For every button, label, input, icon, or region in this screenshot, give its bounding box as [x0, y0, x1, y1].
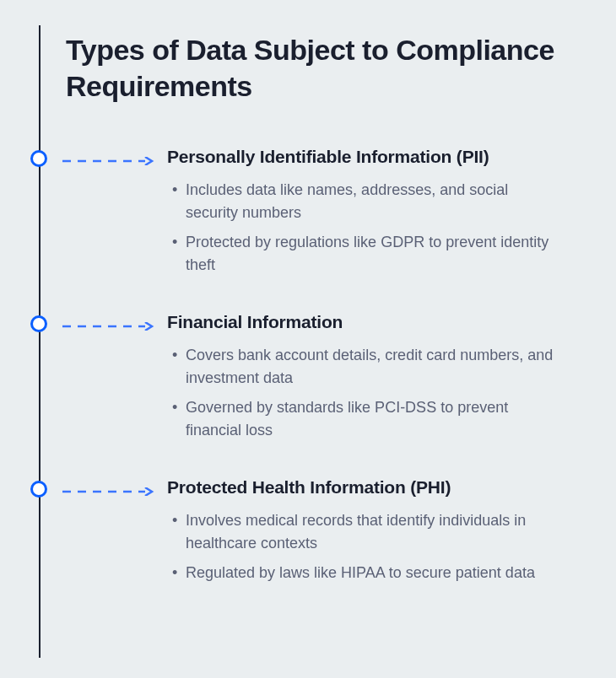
item-heading: Protected Health Information (PHI) [167, 477, 564, 498]
page-title: Types of Data Subject to Compliance Requ… [66, 32, 555, 104]
item-heading: Personally Identifiable Information (PII… [167, 147, 564, 167]
timeline-item-content: Personally Identifiable Information (PII… [167, 147, 564, 283]
timeline-item-content: Financial Information Covers bank accoun… [167, 312, 564, 449]
dashed-arrow-icon [62, 487, 155, 494]
timeline-node-icon [30, 481, 47, 498]
item-bullets: Covers bank account details, credit card… [167, 344, 564, 442]
timeline-vertical-line [39, 25, 41, 658]
bullet-item: Governed by standards like PCI-DSS to pr… [167, 396, 564, 442]
dashed-arrow-icon [62, 322, 155, 329]
bullet-item: Covers bank account details, credit card… [167, 344, 564, 390]
item-bullets: Includes data like names, addresses, and… [167, 179, 564, 277]
dashed-arrow-icon [62, 157, 155, 164]
bullet-item: Protected by regulations like GDPR to pr… [167, 231, 564, 277]
item-bullets: Involves medical records that identify i… [167, 509, 564, 584]
item-heading: Financial Information [167, 312, 564, 332]
timeline-node-icon [30, 315, 47, 332]
timeline-node-icon [30, 150, 47, 167]
bullet-item: Includes data like names, addresses, and… [167, 179, 564, 224]
bullet-item: Regulated by laws like HIPAA to secure p… [167, 562, 564, 584]
timeline-item-content: Protected Health Information (PHI) Invol… [167, 477, 564, 591]
bullet-item: Involves medical records that identify i… [167, 509, 564, 555]
